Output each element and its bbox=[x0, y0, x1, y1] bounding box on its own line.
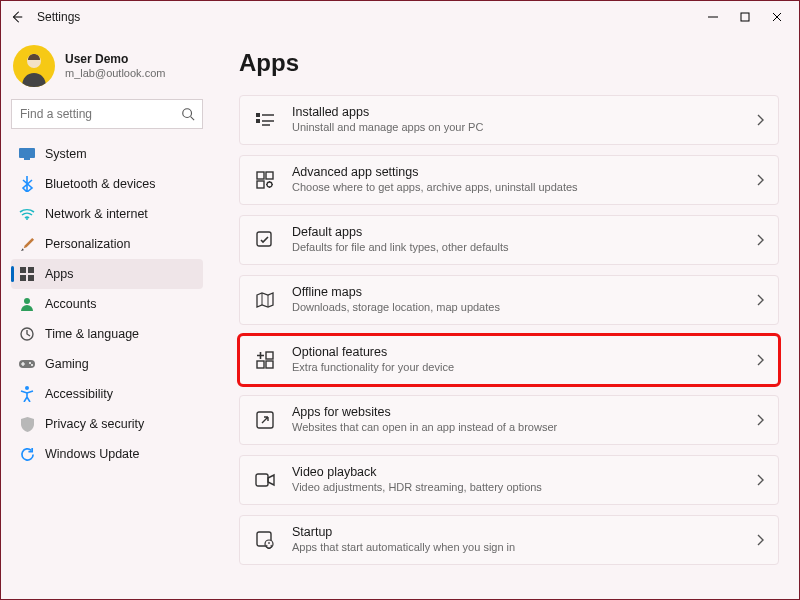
svg-point-14 bbox=[31, 364, 33, 366]
clock-icon bbox=[19, 326, 35, 342]
card-video-playback[interactable]: Video playbackVideo adjustments, HDR str… bbox=[239, 455, 779, 505]
chevron-right-icon bbox=[756, 174, 764, 186]
sidebar-item-label: Apps bbox=[45, 267, 74, 281]
wifi-icon bbox=[19, 206, 35, 222]
svg-rect-20 bbox=[257, 181, 264, 188]
card-sub: Extra functionality for your device bbox=[292, 361, 454, 375]
titlebar: Settings bbox=[1, 1, 799, 33]
page-title: Apps bbox=[239, 49, 779, 77]
card-sub: Choose where to get apps, archive apps, … bbox=[292, 181, 578, 195]
shield-icon bbox=[19, 416, 35, 432]
sidebar-item-label: Windows Update bbox=[45, 447, 140, 461]
card-sub: Uninstall and manage apps on your PC bbox=[292, 121, 483, 135]
window-title: Settings bbox=[37, 10, 80, 24]
card-sub: Downloads, storage location, map updates bbox=[292, 301, 500, 315]
svg-rect-27 bbox=[256, 474, 268, 486]
chevron-right-icon bbox=[756, 414, 764, 426]
card-advanced-app-settings[interactable]: Advanced app settingsChoose where to get… bbox=[239, 155, 779, 205]
svg-point-5 bbox=[26, 218, 28, 220]
minimize-button[interactable] bbox=[697, 6, 729, 28]
chevron-right-icon bbox=[756, 234, 764, 246]
svg-rect-17 bbox=[256, 119, 260, 123]
card-sub: Websites that can open in an app instead… bbox=[292, 421, 557, 435]
sidebar-item-time-language[interactable]: Time & language bbox=[11, 319, 203, 349]
sidebar: User Demo m_lab@outlook.com System Bluet… bbox=[1, 33, 211, 599]
card-optional-features[interactable]: Optional featuresExtra functionality for… bbox=[239, 335, 779, 385]
sidebar-item-personalization[interactable]: Personalization bbox=[11, 229, 203, 259]
map-icon bbox=[254, 289, 276, 311]
svg-rect-24 bbox=[266, 361, 273, 368]
card-default-apps[interactable]: Default appsDefaults for file and link t… bbox=[239, 215, 779, 265]
default-apps-icon bbox=[254, 229, 276, 251]
svg-point-13 bbox=[29, 362, 31, 364]
svg-point-2 bbox=[183, 109, 192, 118]
sidebar-item-bluetooth[interactable]: Bluetooth & devices bbox=[11, 169, 203, 199]
sidebar-item-accounts[interactable]: Accounts bbox=[11, 289, 203, 319]
chevron-right-icon bbox=[756, 114, 764, 126]
sidebar-item-gaming[interactable]: Gaming bbox=[11, 349, 203, 379]
close-icon bbox=[772, 12, 782, 22]
card-title: Video playback bbox=[292, 465, 542, 481]
chevron-right-icon bbox=[756, 354, 764, 366]
chevron-right-icon bbox=[756, 534, 764, 546]
sidebar-item-label: System bbox=[45, 147, 87, 161]
svg-point-10 bbox=[24, 298, 30, 304]
card-title: Default apps bbox=[292, 225, 508, 241]
svg-rect-8 bbox=[20, 275, 26, 281]
svg-rect-25 bbox=[266, 352, 273, 359]
bluetooth-icon bbox=[19, 176, 35, 192]
svg-rect-6 bbox=[20, 267, 26, 273]
card-startup[interactable]: StartupApps that start automatically whe… bbox=[239, 515, 779, 565]
installed-apps-icon bbox=[254, 109, 276, 131]
card-title: Advanced app settings bbox=[292, 165, 578, 181]
svg-rect-9 bbox=[28, 275, 34, 281]
card-title: Offline maps bbox=[292, 285, 500, 301]
user-email: m_lab@outlook.com bbox=[65, 67, 165, 80]
maximize-icon bbox=[740, 12, 750, 22]
update-icon bbox=[19, 446, 35, 462]
close-button[interactable] bbox=[761, 6, 793, 28]
brush-icon bbox=[19, 236, 35, 252]
svg-rect-23 bbox=[257, 361, 264, 368]
sidebar-item-apps[interactable]: Apps bbox=[11, 259, 203, 289]
back-button[interactable] bbox=[7, 7, 27, 27]
card-apps-for-websites[interactable]: Apps for websitesWebsites that can open … bbox=[239, 395, 779, 445]
card-title: Apps for websites bbox=[292, 405, 557, 421]
video-icon bbox=[254, 469, 276, 491]
svg-point-15 bbox=[25, 386, 29, 390]
svg-rect-19 bbox=[266, 172, 273, 179]
optional-features-icon bbox=[254, 349, 276, 371]
card-installed-apps[interactable]: Installed appsUninstall and manage apps … bbox=[239, 95, 779, 145]
user-block[interactable]: User Demo m_lab@outlook.com bbox=[13, 45, 203, 87]
sidebar-item-privacy[interactable]: Privacy & security bbox=[11, 409, 203, 439]
svg-rect-4 bbox=[24, 158, 30, 160]
sidebar-item-network[interactable]: Network & internet bbox=[11, 199, 203, 229]
search-box bbox=[11, 99, 203, 129]
card-offline-maps[interactable]: Offline mapsDownloads, storage location,… bbox=[239, 275, 779, 325]
chevron-right-icon bbox=[756, 294, 764, 306]
sidebar-item-label: Gaming bbox=[45, 357, 89, 371]
apps-icon bbox=[19, 266, 35, 282]
card-title: Startup bbox=[292, 525, 515, 541]
svg-rect-16 bbox=[256, 113, 260, 117]
user-name: User Demo bbox=[65, 52, 165, 66]
sidebar-item-system[interactable]: System bbox=[11, 139, 203, 169]
nav-list: System Bluetooth & devices Network & int… bbox=[11, 139, 203, 469]
sidebar-item-label: Accounts bbox=[45, 297, 96, 311]
search-input[interactable] bbox=[11, 99, 203, 129]
sidebar-item-windows-update[interactable]: Windows Update bbox=[11, 439, 203, 469]
svg-rect-0 bbox=[741, 13, 749, 21]
chevron-right-icon bbox=[756, 474, 764, 486]
card-title: Installed apps bbox=[292, 105, 483, 121]
svg-rect-22 bbox=[257, 232, 271, 246]
main-panel: Apps Installed appsUninstall and manage … bbox=[211, 33, 799, 599]
avatar-icon bbox=[14, 47, 54, 87]
search-icon bbox=[181, 107, 195, 121]
settings-window: Settings User Demo m_lab@outlook.com bbox=[0, 0, 800, 600]
maximize-button[interactable] bbox=[729, 6, 761, 28]
sidebar-item-accessibility[interactable]: Accessibility bbox=[11, 379, 203, 409]
accessibility-icon bbox=[19, 386, 35, 402]
svg-rect-7 bbox=[28, 267, 34, 273]
startup-icon bbox=[254, 529, 276, 551]
gamepad-icon bbox=[19, 356, 35, 372]
